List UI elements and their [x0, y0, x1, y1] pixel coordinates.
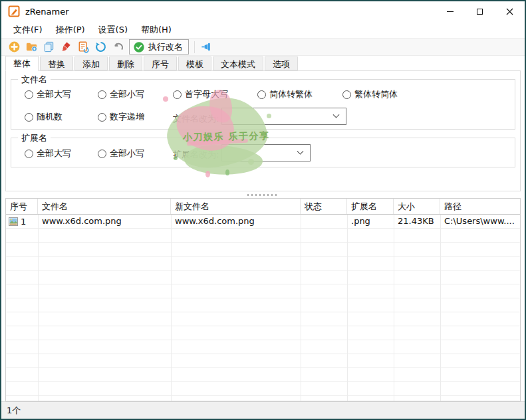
radio-filename-trad-to-simp[interactable]: 繁体转简体 — [342, 88, 398, 100]
maximize-icon — [477, 9, 483, 15]
splitter-grip-icon — [247, 194, 279, 196]
cell-newfilename: www.x6d.com.png — [171, 215, 301, 229]
tab-panel-whole: 文件名 全部大写 全部小写 首字母大写 简体转繁体 繁体转简体 — [5, 70, 521, 191]
minimize-button[interactable] — [435, 1, 465, 21]
col-header-filename[interactable]: 文件名 — [38, 199, 171, 214]
col-header-path[interactable]: 路径 — [440, 199, 520, 214]
radio-ext-uppercase[interactable]: 全部大写 — [25, 148, 71, 159]
radio-filename-random[interactable]: 随机数 — [25, 111, 63, 123]
app-logo-icon — [8, 5, 20, 17]
refresh-icon[interactable] — [94, 41, 107, 54]
execute-rename-button[interactable]: 执行改名 — [129, 39, 189, 54]
rename-list-icon[interactable] — [76, 41, 90, 54]
extension-groupbox: 扩展名 全部大写 全部小写 扩展名改为: — [11, 138, 515, 167]
image-thumbnail-icon — [9, 217, 18, 226]
radio-icon — [257, 90, 266, 99]
close-icon — [506, 8, 513, 15]
radio-icon — [173, 90, 182, 99]
toolbar-separator — [194, 41, 195, 53]
cell-path: C:\Users\www.... — [440, 215, 520, 229]
radio-icon — [342, 90, 351, 99]
radio-label: 全部小写 — [110, 88, 144, 100]
titlebar: zRenamer — [1, 1, 525, 21]
radio-label: 全部大写 — [37, 88, 71, 100]
radio-label: 随机数 — [37, 111, 63, 123]
radio-icon — [25, 113, 33, 122]
col-header-status[interactable]: 状态 — [301, 199, 347, 214]
extension-rename-combobox[interactable] — [221, 144, 311, 161]
cell-index-text: 1 — [21, 215, 26, 229]
undo-icon[interactable] — [111, 41, 124, 54]
table-header: 序号 文件名 新文件名 状态 扩展名 大小 路径 — [6, 199, 520, 215]
cell-size: 21.43KB — [394, 215, 440, 229]
table-row[interactable]: 1 www.x6d.com.png www.x6d.com.png .png 2… — [6, 215, 520, 229]
add-file-icon[interactable] — [7, 41, 21, 54]
radio-icon — [98, 150, 106, 158]
col-header-size[interactable]: 大小 — [394, 199, 440, 214]
window-title: zRenamer — [25, 7, 68, 17]
pin-icon[interactable] — [199, 41, 213, 54]
watermark-dot — [205, 171, 210, 177]
tab-add[interactable]: 添加 — [74, 56, 108, 70]
add-folder-icon[interactable] — [25, 41, 38, 54]
radio-icon — [98, 90, 106, 99]
tabstrip: 整体 替换 添加 删除 序号 模板 文本模式 选项 — [1, 56, 525, 70]
extension-rename-label: 扩展名改为: — [173, 149, 219, 161]
radio-filename-lowercase[interactable]: 全部小写 — [98, 88, 144, 100]
radio-ext-lowercase[interactable]: 全部小写 — [98, 148, 144, 159]
tab-delete[interactable]: 删除 — [109, 56, 142, 70]
radio-icon — [25, 90, 33, 99]
file-list-table: 序号 文件名 新文件名 状态 扩展名 大小 路径 1 — [5, 198, 521, 401]
tab-template[interactable]: 模板 — [178, 56, 211, 70]
tab-whole[interactable]: 整体 — [5, 56, 39, 71]
tab-options[interactable]: 选项 — [265, 56, 298, 70]
close-button[interactable] — [495, 1, 525, 21]
menu-settings[interactable]: 设置(S) — [92, 22, 134, 38]
clear-brush-icon[interactable] — [59, 41, 72, 54]
filename-groupbox: 文件名 全部大写 全部小写 首字母大写 简体转繁体 繁体转简体 — [11, 79, 515, 130]
maximize-button[interactable] — [465, 1, 495, 21]
cell-extension: .png — [347, 215, 394, 229]
radio-label: 全部大写 — [37, 148, 71, 159]
menu-help[interactable]: 帮助(H) — [134, 22, 178, 38]
radio-filename-uppercase[interactable]: 全部大写 — [25, 88, 71, 100]
menu-file[interactable]: 文件(F) — [7, 22, 49, 38]
col-header-extension[interactable]: 扩展名 — [347, 199, 394, 214]
toolbar: 执行改名 — [1, 38, 525, 56]
radio-filename-capitalize[interactable]: 首字母大写 — [173, 88, 228, 100]
execute-rename-label: 执行改名 — [148, 41, 183, 53]
menu-operate[interactable]: 操作(P) — [49, 22, 92, 38]
radio-label: 全部小写 — [110, 148, 144, 159]
cell-filename: www.x6d.com.png — [38, 215, 171, 229]
radio-icon — [25, 150, 33, 158]
extension-group-legend: 扩展名 — [18, 132, 51, 144]
chevron-down-icon — [297, 148, 304, 154]
app-window: zRenamer 文件(F) 操作(P) 设置(S) 帮助(H) — [0, 0, 526, 420]
col-header-index[interactable]: 序号 — [6, 199, 38, 214]
minimize-icon — [447, 11, 454, 12]
copy-icon[interactable] — [42, 41, 55, 54]
radio-label: 首字母大写 — [185, 88, 228, 100]
check-circle-icon — [133, 41, 145, 53]
cell-status — [301, 215, 347, 229]
tab-textmode[interactable]: 文本模式 — [213, 56, 263, 70]
radio-label: 繁体转简体 — [354, 88, 398, 100]
tab-number[interactable]: 序号 — [144, 56, 177, 70]
radio-filename-increment[interactable]: 数字递增 — [98, 111, 144, 123]
cell-index: 1 — [6, 215, 38, 229]
col-header-newfilename[interactable]: 新文件名 — [171, 199, 301, 214]
watermark-dot — [225, 169, 229, 175]
radio-label: 数字递增 — [110, 111, 144, 123]
menubar: 文件(F) 操作(P) 设置(S) 帮助(H) — [1, 21, 525, 38]
filename-rename-label: 文件名改为: — [173, 113, 219, 125]
splitter-handle[interactable] — [1, 191, 525, 198]
item-count: 1个 — [7, 405, 21, 417]
chevron-down-icon — [333, 111, 340, 118]
radio-icon — [98, 113, 106, 122]
radio-filename-simp-to-trad[interactable]: 简体转繁体 — [257, 88, 313, 100]
statusbar: 1个 — [1, 401, 525, 419]
table-body: 1 www.x6d.com.png www.x6d.com.png .png 2… — [6, 215, 520, 401]
filename-rename-combobox[interactable] — [221, 108, 346, 125]
tab-replace[interactable]: 替换 — [40, 56, 73, 70]
filename-group-legend: 文件名 — [18, 74, 51, 86]
